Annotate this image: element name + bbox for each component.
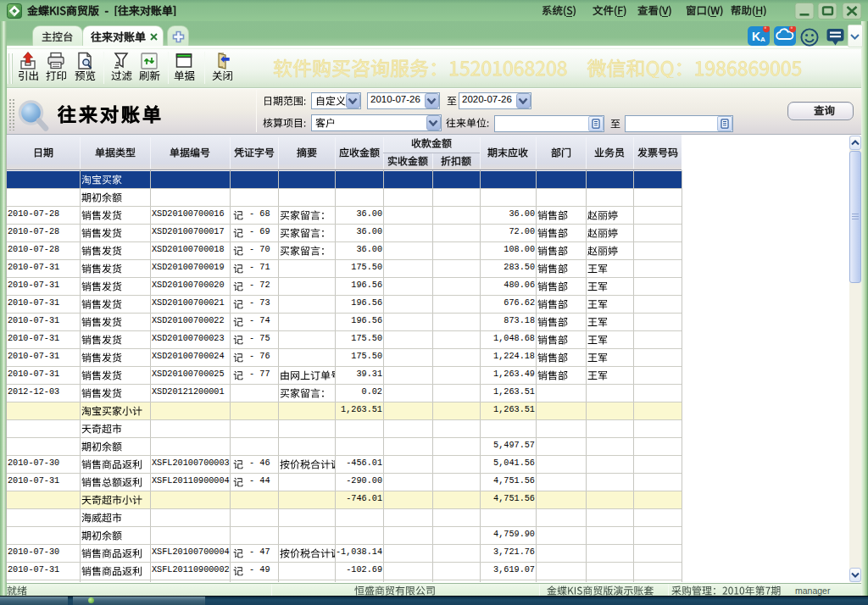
svg-text:K: K	[752, 30, 760, 43]
svg-text:A: A	[760, 36, 765, 43]
